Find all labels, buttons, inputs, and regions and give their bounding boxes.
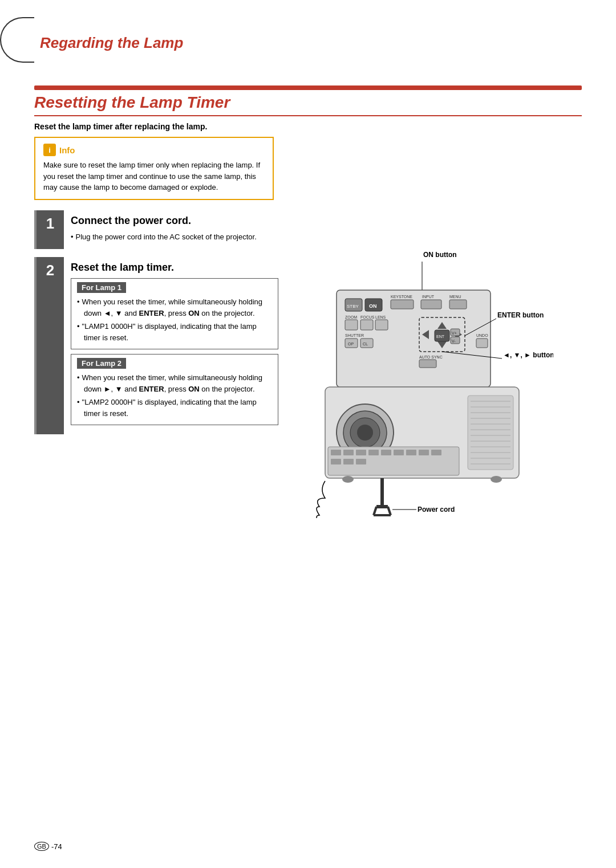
svg-rect-36 — [476, 339, 488, 348]
info-icon: i — [43, 144, 56, 156]
chapter-tab: Regarding the Lamp — [0, 17, 183, 63]
section-title: Resetting the Lamp Timer — [34, 93, 582, 116]
svg-text:MENU: MENU — [449, 295, 461, 299]
step-2: 2 Reset the lamp timer. For Lamp 1 When … — [34, 257, 285, 434]
diagram-area: ON button STBY ON KEYSTONE INPUT — [297, 222, 582, 518]
svg-rect-67 — [331, 459, 341, 464]
svg-text:UNDO: UNDO — [476, 333, 488, 337]
svg-rect-65 — [419, 450, 429, 455]
lamp-1-bullets: When you reset the timer, while simultan… — [77, 296, 272, 343]
svg-text:CL: CL — [363, 342, 368, 346]
svg-text:STBY: STBY — [347, 304, 359, 309]
svg-line-72 — [374, 507, 376, 515]
svg-text:ENTER button: ENTER button — [497, 311, 544, 319]
lamp-1-bullet-2: "LAMP1 0000H" is displayed, indicating t… — [77, 321, 272, 343]
projector-diagram: ON button STBY ON KEYSTONE INPUT — [308, 244, 553, 518]
svg-rect-10 — [421, 300, 441, 309]
right-column: ON button STBY ON KEYSTONE INPUT — [297, 210, 582, 518]
chapter-tab-bg — [0, 17, 34, 63]
lamp-2-bullet-1: When you reset the timer, while simultan… — [77, 372, 272, 394]
svg-text:ZOOM: ZOOM — [345, 315, 357, 319]
svg-point-76 — [491, 476, 502, 483]
svg-text:V+: V+ — [452, 331, 457, 335]
lamp-2-label: For Lamp 2 — [77, 358, 126, 369]
svg-rect-69 — [356, 459, 366, 464]
step-2-body: Reset the lamp timer. For Lamp 1 When yo… — [64, 257, 285, 434]
svg-rect-59 — [343, 450, 354, 455]
gb-badge: GB — [34, 842, 49, 851]
info-box: i Info Make sure to reset the lamp timer… — [34, 137, 274, 200]
lamp-1-bullet-1: When you reset the timer, while simultan… — [77, 296, 272, 319]
svg-text:ON: ON — [369, 303, 377, 309]
svg-rect-62 — [381, 450, 391, 455]
svg-text:LENS: LENS — [375, 315, 386, 319]
svg-text:ENT: ENT — [436, 335, 445, 339]
svg-rect-14 — [345, 320, 358, 330]
lamp-2-bullet-2: "LAMP2 0000H" is displayed, indicating t… — [77, 397, 272, 419]
lamp-2-bullets: When you reset the timer, while simultan… — [77, 372, 272, 419]
svg-text:V-: V- — [452, 339, 456, 343]
svg-rect-60 — [356, 450, 366, 455]
lamp-1-label: For Lamp 1 — [77, 282, 126, 293]
step-1-body: Connect the power cord. Plug the power c… — [64, 210, 285, 250]
step-1-title: Connect the power cord. — [71, 215, 278, 227]
svg-rect-8 — [391, 300, 414, 309]
chapter-title: Regarding the Lamp — [40, 28, 183, 52]
svg-rect-64 — [406, 450, 416, 455]
svg-rect-38 — [419, 360, 436, 368]
svg-point-75 — [342, 476, 354, 483]
svg-text:OP: OP — [348, 342, 354, 346]
svg-rect-12 — [449, 300, 467, 309]
svg-text:Power cord: Power cord — [418, 506, 455, 514]
page-number: GB -74 — [34, 842, 62, 851]
section-subtitle: Reset the lamp timer after replacing the… — [34, 122, 582, 131]
step-1-number: 1 — [37, 210, 64, 250]
svg-rect-61 — [368, 450, 379, 455]
step-1-bullets: Plug the power cord into the AC socket o… — [71, 231, 278, 243]
info-box-text: Make sure to reset the lamp timer only w… — [43, 160, 265, 193]
lamp-2-box: For Lamp 2 When you reset the timer, whi… — [71, 354, 278, 425]
svg-point-43 — [357, 425, 373, 441]
left-column: 1 Connect the power cord. Plug the power… — [34, 210, 285, 518]
svg-rect-58 — [331, 450, 341, 455]
svg-rect-16 — [360, 320, 373, 330]
lamp-1-box: For Lamp 1 When you reset the timer, whi… — [71, 278, 278, 349]
svg-text:FOCUS: FOCUS — [360, 315, 375, 319]
svg-line-73 — [388, 507, 391, 515]
svg-rect-68 — [343, 459, 354, 464]
step-2-number: 2 — [37, 257, 64, 434]
svg-text:AUTO SYNC: AUTO SYNC — [419, 355, 443, 359]
main-layout: 1 Connect the power cord. Plug the power… — [34, 210, 582, 518]
svg-rect-66 — [431, 450, 441, 455]
step-2-title: Reset the lamp timer. — [71, 262, 278, 274]
page-num: -74 — [51, 842, 62, 851]
svg-text:KEYSTONE: KEYSTONE — [391, 295, 412, 299]
svg-rect-63 — [394, 450, 404, 455]
svg-text:ON button: ON button — [423, 251, 457, 259]
info-box-header: i Info — [43, 144, 265, 156]
page-footer: GB -74 — [34, 842, 62, 851]
svg-text:◄, ▼, ► buttons: ◄, ▼, ► buttons — [503, 351, 553, 359]
svg-text:INPUT: INPUT — [422, 295, 435, 299]
step-1: 1 Connect the power cord. Plug the power… — [34, 210, 285, 250]
section-header-bar — [34, 85, 582, 90]
svg-text:SHUTTER: SHUTTER — [345, 333, 364, 337]
svg-rect-18 — [375, 320, 388, 330]
step-1-bullet-1: Plug the power cord into the AC socket o… — [71, 231, 278, 243]
info-box-title: Info — [59, 145, 75, 155]
